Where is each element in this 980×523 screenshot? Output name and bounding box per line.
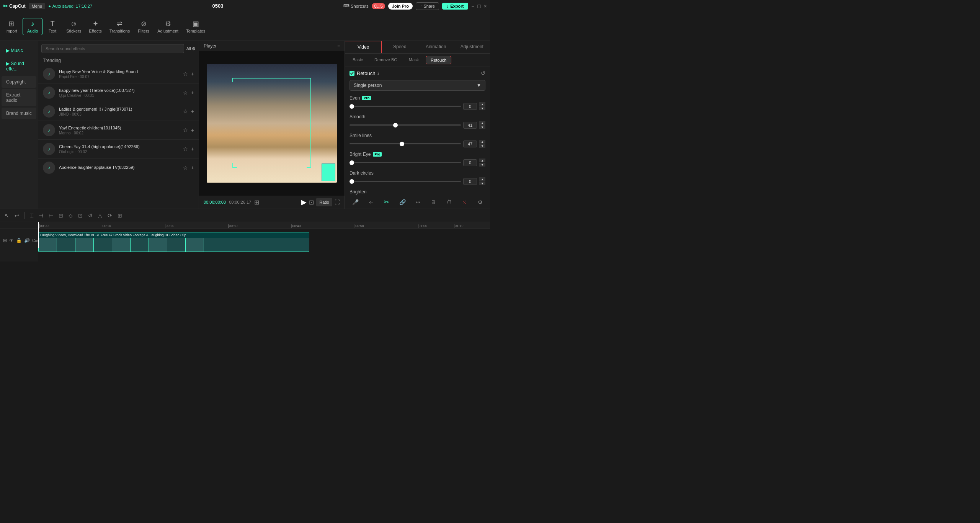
subtab-retouch[interactable]: Retouch <box>426 56 451 64</box>
favorite-button-0[interactable]: ☆ <box>183 71 188 77</box>
keyframe-button[interactable]: ◇ <box>67 212 74 219</box>
retouch-toggle[interactable] <box>350 71 354 76</box>
split-icon[interactable]: ⇔ <box>416 199 420 205</box>
replace-button[interactable]: ⟳ <box>106 212 114 219</box>
favorite-button-5[interactable]: ☆ <box>183 165 188 171</box>
minimize-icon[interactable]: − <box>471 3 474 9</box>
grid-view-button[interactable]: ⊞ <box>254 199 259 206</box>
import-tool[interactable]: ⊞ Import <box>0 18 23 35</box>
tab-animation[interactable]: Animation <box>418 41 454 53</box>
filters-tool[interactable]: ⊘ Filters <box>134 18 154 35</box>
even-decrement[interactable]: ▼ <box>479 106 485 110</box>
trim-right-button[interactable]: ⊢ <box>47 212 55 219</box>
add-button-3[interactable]: + <box>191 127 194 133</box>
play-button[interactable]: ▶ <box>301 198 307 206</box>
subtab-mask[interactable]: Mask <box>404 56 423 64</box>
favorite-button-4[interactable]: ☆ <box>183 146 188 152</box>
player-menu-icon[interactable]: ≡ <box>337 43 340 49</box>
link-left-icon[interactable]: ⇐ <box>369 199 374 205</box>
monitor-icon[interactable]: 🖥 <box>431 199 436 205</box>
trim-left-button[interactable]: ⊣ <box>37 212 45 219</box>
mic-icon[interactable]: 🎤 <box>352 199 359 205</box>
scissor-icon[interactable]: ✂ <box>384 198 389 206</box>
sidebar-item-brand-music[interactable]: Brand music <box>2 108 36 119</box>
mask-button[interactable]: △ <box>96 212 104 219</box>
smile-lines-increment[interactable]: ▲ <box>479 140 485 144</box>
retouch-reset-button[interactable]: ↺ <box>481 70 485 76</box>
text-tool[interactable]: T Text <box>42 18 62 35</box>
smile-lines-slider[interactable] <box>350 143 461 144</box>
lock-icon[interactable]: 🔒 <box>16 238 22 243</box>
menu-button[interactable]: Menu <box>29 3 46 9</box>
split-button[interactable]: ⌶ <box>29 212 35 219</box>
tab-adjustment[interactable]: Adjustment <box>454 41 490 53</box>
shortcuts-button[interactable]: ⌨ Shortcuts <box>343 3 368 8</box>
add-button-0[interactable]: + <box>191 71 194 77</box>
add-button-4[interactable]: + <box>191 146 194 152</box>
clock-icon[interactable]: ⏱ <box>446 199 452 205</box>
sidebar-item-copyright[interactable]: Copyright <box>2 76 36 88</box>
list-item[interactable]: ♪ Ladies & gentlemen! !! / Jingle(873071… <box>38 102 199 121</box>
close-icon[interactable]: × <box>484 3 487 9</box>
audio-tool[interactable]: ♪ Audio <box>23 18 42 35</box>
adjustment-tool[interactable]: ⚙ Adjustment <box>154 18 182 35</box>
audio-mute-icon[interactable]: 🔊 <box>24 238 30 243</box>
search-input[interactable] <box>41 44 184 53</box>
chain-icon[interactable]: 🔗 <box>399 199 406 205</box>
list-item[interactable]: ♪ Happy New Year Voice & Sparkling Sound… <box>38 65 199 83</box>
maximize-icon[interactable]: □ <box>477 3 480 9</box>
dark-circles-decrement[interactable]: ▼ <box>479 181 485 185</box>
sidebar-item-sound-effects[interactable]: ▶ Sound effe... <box>2 58 36 75</box>
smile-lines-decrement[interactable]: ▼ <box>479 144 485 148</box>
all-filter-button[interactable]: All ⚙ <box>186 46 196 51</box>
add-track-icon[interactable]: ⊞ <box>3 238 7 243</box>
even-increment[interactable]: ▲ <box>479 102 485 106</box>
even-slider[interactable] <box>350 106 461 107</box>
list-item[interactable]: ♪ Audience laughter applause TV(832259) … <box>38 159 199 177</box>
ratio-button[interactable]: Ratio <box>316 198 332 206</box>
transitions-tool[interactable]: ⇌ Transitions <box>106 18 134 35</box>
favorite-button-1[interactable]: ☆ <box>183 90 188 96</box>
crop-button[interactable]: ⊞ <box>116 212 124 219</box>
tab-speed[interactable]: Speed <box>382 41 418 53</box>
loop-button[interactable]: ↺ <box>87 212 94 219</box>
add-button-5[interactable]: + <box>191 165 194 171</box>
join-pro-button[interactable]: Join Pro <box>388 3 413 10</box>
person-dropdown[interactable]: Single person ▼ <box>350 80 485 91</box>
stickers-tool[interactable]: ☺ Stickers <box>62 18 85 35</box>
list-item[interactable]: ♪ Cheers Yay 01-4 (high applause)(149226… <box>38 140 199 159</box>
dark-circles-increment[interactable]: ▲ <box>479 177 485 181</box>
bright-eye-increment[interactable]: ▲ <box>479 159 485 162</box>
favorite-button-2[interactable]: ☆ <box>183 108 188 114</box>
sidebar-item-extract-audio[interactable]: Extract audio <box>2 89 36 106</box>
video-clip[interactable]: Laughing Videos, Download The BEST Free … <box>38 232 309 252</box>
add-button-2[interactable]: + <box>191 108 194 114</box>
fullscreen-button[interactable]: ⛶ <box>335 198 340 206</box>
fit-screen-button[interactable]: ⊡ <box>309 198 314 206</box>
subtab-basic[interactable]: Basic <box>348 56 368 64</box>
subtab-remove-bg[interactable]: Remove BG <box>370 56 402 64</box>
eye-icon[interactable]: 👁 <box>9 238 14 243</box>
list-item[interactable]: ♪ happy new year (Treble voice)(1037327)… <box>38 83 199 102</box>
delete-clip-button[interactable]: ⊟ <box>57 212 65 219</box>
sidebar-item-music[interactable]: ▶ Music <box>2 45 36 56</box>
tab-video[interactable]: Video <box>345 41 382 53</box>
smooth-decrement[interactable]: ▼ <box>479 125 485 129</box>
templates-tool[interactable]: ▣ Templates <box>182 18 209 35</box>
smooth-slider[interactable] <box>350 124 461 126</box>
smooth-increment[interactable]: ▲ <box>479 121 485 125</box>
undo-button[interactable]: ↩ <box>13 212 21 219</box>
settings-icon[interactable]: ⚙ <box>478 199 483 205</box>
cursor-tool[interactable]: ↖ <box>3 212 11 219</box>
delete-icon[interactable]: ⛌ <box>462 199 467 205</box>
effects-tool[interactable]: ✦ Effects <box>85 18 105 35</box>
bright-eye-slider[interactable] <box>350 162 461 163</box>
export-button[interactable]: ↓ Export <box>442 3 468 10</box>
dark-circles-slider[interactable] <box>350 181 461 182</box>
share-button[interactable]: ↑ Share <box>416 2 439 10</box>
freeze-button[interactable]: ⊡ <box>77 212 84 219</box>
list-item[interactable]: ♪ Yay! Energetic children(1011045) Morin… <box>38 121 199 140</box>
favorite-button-3[interactable]: ☆ <box>183 127 188 133</box>
add-button-1[interactable]: + <box>191 90 194 96</box>
bright-eye-decrement[interactable]: ▼ <box>479 163 485 167</box>
